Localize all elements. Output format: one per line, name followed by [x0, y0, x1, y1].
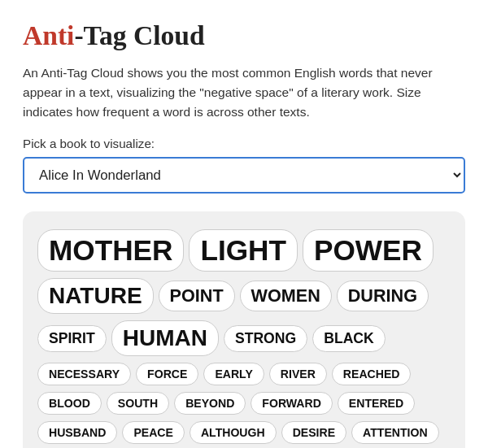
description-text: An Anti-Tag Cloud shows you the most com… [23, 63, 465, 122]
tag-item: WOMEN [240, 281, 332, 311]
tag-item: REACHED [332, 363, 412, 385]
tag-item: MOTHER [37, 229, 184, 272]
tag-item: SOUTH [107, 392, 169, 415]
pick-label: Pick a book to visualize: [23, 137, 465, 150]
tag-item: DURING [337, 281, 429, 311]
tag-item: EARLY [203, 363, 264, 385]
tag-item: SPIRIT [37, 325, 107, 352]
tag-item: BLOOD [37, 392, 102, 415]
tag-item: BLACK [312, 325, 386, 352]
tag-item: NECESSARY [37, 363, 131, 385]
tag-item: STRONG [224, 325, 307, 352]
book-select[interactable]: Alice In WonderlandMoby DickPride and Pr… [23, 157, 465, 194]
tag-item: FORWARD [251, 392, 332, 415]
page-title: Anti-Tag Cloud [23, 20, 465, 52]
tag-item: HUSBAND [37, 421, 117, 444]
tag-item: ATTENTION [351, 421, 439, 444]
tag-cloud: MOTHERLIGHTPOWERNATUREPOINTWOMENDURINGSP… [23, 211, 465, 448]
tag-item: FORCE [136, 363, 198, 385]
tag-item: DESIRE [281, 421, 346, 444]
tag-item: NATURE [37, 278, 154, 314]
tag-item: HUMAN [111, 320, 219, 356]
tag-item: ALTHOUGH [190, 421, 277, 444]
tag-item: POINT [159, 281, 235, 311]
title-anti: Anti [23, 20, 74, 50]
title-rest: -Tag Cloud [74, 20, 204, 50]
tag-item: POWER [303, 229, 434, 272]
tag-item: BEYOND [174, 392, 246, 415]
tag-item: ENTERED [338, 392, 415, 415]
tag-item: RIVER [269, 363, 327, 385]
tag-item: LIGHT [189, 229, 298, 272]
tag-item: PEACE [122, 421, 185, 444]
